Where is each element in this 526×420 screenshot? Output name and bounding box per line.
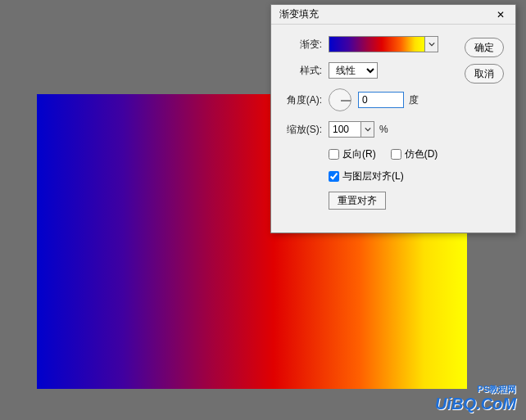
close-icon: ✕ xyxy=(497,9,505,20)
dialog-titlebar[interactable]: 渐变填充 ✕ xyxy=(271,5,515,25)
ok-button[interactable]: 确定 xyxy=(465,38,504,57)
scale-label: 缩放(S): xyxy=(279,123,329,137)
scale-dropdown[interactable] xyxy=(361,121,374,138)
angle-label: 角度(A): xyxy=(279,93,329,107)
style-label: 样式: xyxy=(279,64,329,78)
scale-input[interactable] xyxy=(329,121,361,138)
gradient-dropdown[interactable] xyxy=(425,36,438,52)
align-checkbox[interactable] xyxy=(329,171,339,182)
close-button[interactable]: ✕ xyxy=(491,7,510,23)
align-checkbox-wrap[interactable]: 与图层对齐(L) xyxy=(329,169,404,183)
reverse-checkbox-wrap[interactable]: 反向(R) xyxy=(329,147,376,161)
gradient-swatch[interactable] xyxy=(329,36,425,52)
dither-checkbox[interactable] xyxy=(391,149,401,160)
gradient-label: 渐变: xyxy=(279,38,329,52)
watermark-logo: UiBQ.CoM xyxy=(435,395,516,413)
chevron-down-icon xyxy=(365,126,371,133)
align-label: 与图层对齐(L) xyxy=(342,169,404,183)
angle-unit: 度 xyxy=(409,93,419,107)
scale-unit: % xyxy=(379,124,388,135)
angle-input[interactable] xyxy=(358,92,404,108)
watermark-tag: PS教程网 xyxy=(477,383,516,395)
dither-checkbox-wrap[interactable]: 仿色(D) xyxy=(391,147,438,161)
angle-dial[interactable] xyxy=(329,88,351,111)
cancel-button[interactable]: 取消 xyxy=(465,64,504,84)
reverse-label: 反向(R) xyxy=(342,147,376,161)
style-select[interactable]: 线性 xyxy=(329,62,378,79)
reset-alignment-button[interactable]: 重置对齐 xyxy=(329,192,386,210)
dither-label: 仿色(D) xyxy=(405,147,438,161)
gradient-fill-dialog: 渐变填充 ✕ 渐变: 样式: 线性 角度(A): xyxy=(270,4,516,233)
dialog-title: 渐变填充 xyxy=(279,7,319,21)
chevron-down-icon xyxy=(429,41,435,47)
reverse-checkbox[interactable] xyxy=(329,149,339,160)
